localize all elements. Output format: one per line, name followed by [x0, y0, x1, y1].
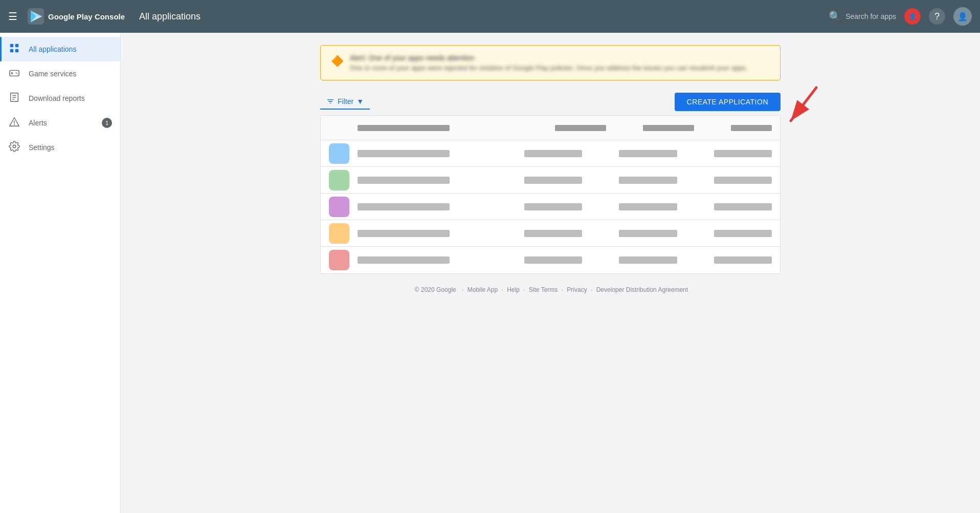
menu-icon[interactable]: ☰ — [8, 10, 17, 23]
svg-rect-2 — [10, 44, 13, 47]
app-rating — [619, 256, 677, 264]
footer-link-help[interactable]: Help — [507, 286, 520, 293]
footer-separator: · — [462, 286, 465, 293]
alert-icon: 🔶 — [331, 55, 344, 67]
table-header — [321, 116, 780, 140]
svg-rect-5 — [15, 49, 18, 52]
filter-icon — [326, 97, 335, 105]
sidebar-item-label: Alerts — [29, 119, 94, 127]
sidebar-item-download-reports[interactable]: Download reports — [0, 86, 120, 111]
header-page-title: All applications — [139, 11, 201, 22]
notification-icon: 👤 — [909, 13, 917, 20]
top-header: ☰ Google Play Console All applications 🔍 — [0, 0, 980, 33]
copyright: © 2020 Google — [415, 286, 456, 293]
sidebar-item-settings[interactable]: Settings — [0, 135, 120, 160]
filter-dropdown-icon: ▼ — [357, 97, 364, 105]
footer: © 2020 Google · Mobile App · Help · Site… — [320, 274, 781, 306]
create-application-button[interactable]: CREATE APPLICATION — [675, 93, 781, 111]
table-row — [321, 167, 780, 194]
app-name — [358, 177, 450, 184]
filter-button[interactable]: Filter ▼ — [320, 94, 370, 110]
main-content: 🔶 Alert: One of your apps needs attentio… — [121, 33, 980, 513]
app-icon — [329, 170, 349, 190]
app-status — [714, 230, 772, 237]
create-app-wrapper: CREATE APPLICATION — [675, 93, 781, 111]
svg-line-19 — [791, 88, 816, 121]
help-icon: ? — [934, 11, 940, 22]
settings-icon — [8, 141, 20, 155]
app-rating — [619, 150, 677, 157]
svg-point-16 — [14, 124, 15, 125]
app-status — [714, 203, 772, 210]
search-icon: 🔍 — [829, 10, 841, 23]
alert-body: One or more of your apps were rejected f… — [350, 64, 770, 72]
footer-link-privacy[interactable]: Privacy — [567, 286, 587, 293]
app-icon — [329, 197, 349, 217]
table-row — [321, 140, 780, 167]
col-header-name — [358, 125, 450, 131]
app-rating — [619, 177, 677, 184]
all-applications-icon — [8, 42, 20, 56]
sidebar-item-all-applications[interactable]: All applications — [0, 37, 120, 61]
col-header-rating — [643, 125, 694, 131]
alerts-badge: 1 — [102, 118, 112, 128]
svg-point-17 — [13, 145, 16, 148]
app-name — [358, 150, 450, 157]
table-row — [321, 247, 780, 273]
app-installs — [524, 150, 583, 157]
app-installs — [524, 256, 583, 264]
apps-table — [320, 115, 781, 274]
content-inner: 🔶 Alert: One of your apps needs attentio… — [320, 45, 781, 306]
app-name — [358, 203, 450, 210]
sidebar: All applications Game services — [0, 33, 121, 513]
app-status — [714, 177, 772, 184]
filter-toolbar: Filter ▼ CREATE APPLICATION — [320, 89, 781, 115]
svg-rect-3 — [15, 44, 18, 47]
sidebar-item-game-services[interactable]: Game services — [0, 61, 120, 86]
sidebar-item-label: Settings — [29, 143, 112, 152]
alert-text: Alert: One of your apps needs attention … — [350, 54, 770, 72]
user-avatar[interactable]: 👤 — [953, 7, 972, 26]
sidebar-item-label: Game services — [29, 70, 112, 78]
header-left: ☰ Google Play Console — [8, 8, 131, 25]
col-header-status — [731, 125, 772, 131]
app-rating — [619, 203, 677, 210]
app-name — [358, 256, 450, 264]
app-icon — [329, 250, 349, 270]
header-right: 🔍 Search for apps 👤 ? 👤 — [829, 7, 972, 26]
logo-text: Google Play Console — [48, 12, 125, 21]
sidebar-item-alerts[interactable]: Alerts 1 — [0, 111, 120, 135]
sidebar-item-label: Download reports — [29, 94, 112, 102]
svg-rect-4 — [10, 49, 13, 52]
filter-label: Filter — [338, 97, 353, 105]
app-installs — [524, 230, 583, 237]
app-icon — [329, 223, 349, 244]
table-row — [321, 194, 780, 220]
game-services-icon — [8, 67, 20, 81]
help-button[interactable]: ? — [929, 8, 945, 25]
search-label: Search for apps — [845, 12, 896, 20]
svg-point-10 — [17, 73, 18, 74]
notification-avatar[interactable]: 👤 — [904, 8, 921, 25]
search-area[interactable]: 🔍 Search for apps — [829, 10, 896, 23]
svg-point-9 — [16, 72, 17, 73]
header-middle: All applications — [131, 11, 829, 22]
avatar-icon: 👤 — [957, 12, 968, 22]
footer-link-site-terms[interactable]: Site Terms — [529, 286, 558, 293]
footer-link-dda[interactable]: Developer Distribution Agreement — [596, 286, 688, 293]
app-status — [714, 150, 772, 157]
app-status — [714, 256, 772, 264]
footer-link-mobile-app[interactable]: Mobile App — [467, 286, 498, 293]
app-name — [358, 230, 450, 237]
alert-title: Alert: One of your apps needs attention — [350, 54, 770, 62]
alerts-icon — [8, 116, 20, 130]
app-rating — [619, 230, 677, 237]
table-row — [321, 220, 780, 247]
play-store-logo — [28, 8, 44, 25]
sidebar-item-label: All applications — [29, 45, 112, 53]
alert-banner: 🔶 Alert: One of your apps needs attentio… — [320, 45, 781, 80]
app-installs — [524, 177, 583, 184]
app-icon — [329, 143, 349, 164]
app-installs — [524, 203, 583, 210]
main-layout: All applications Game services — [0, 33, 980, 513]
